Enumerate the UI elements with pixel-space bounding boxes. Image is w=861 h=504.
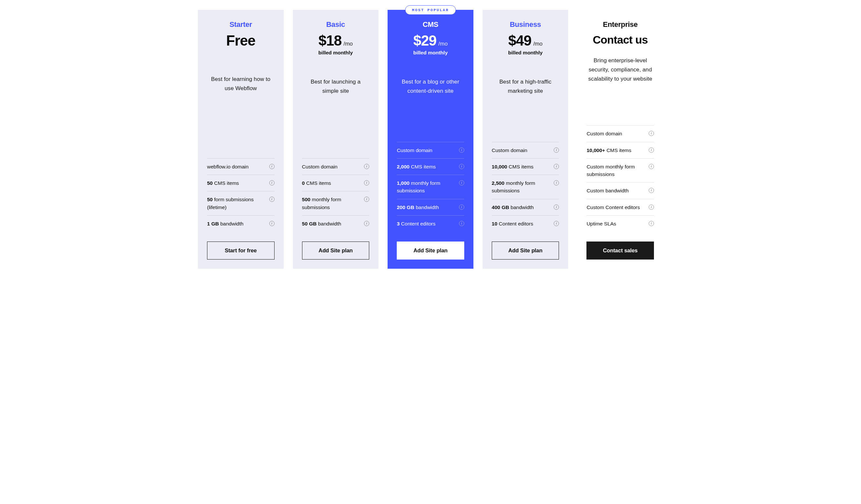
feature-row: webflow.io domaini xyxy=(207,158,275,175)
start-for-free-button[interactable]: Start for free xyxy=(207,242,275,260)
info-icon[interactable]: i xyxy=(554,180,559,186)
feature-row: 50 CMS itemsi xyxy=(207,175,275,191)
feature-text: webflow.io domain xyxy=(207,163,249,171)
plan-price-suffix: /mo xyxy=(438,41,448,47)
plan-description: Best for launching a simple site xyxy=(302,77,370,96)
feature-text: 400 GB bandwidth xyxy=(492,204,534,211)
feature-row: 2,500 monthly form submissionsi xyxy=(492,175,559,199)
feature-text: 2,000 CMS items xyxy=(397,163,436,171)
plan-billing: billed monthly xyxy=(302,50,370,56)
plan-price-wrap: $49 /mo xyxy=(492,33,559,48)
plan-price-wrap: $18 /mo xyxy=(302,33,370,48)
plan-price: Contact us xyxy=(593,33,648,46)
plan-header: CMS $29 /mo billed monthly Best for a bl… xyxy=(397,20,464,96)
feature-row: 0 CMS itemsi xyxy=(302,175,370,191)
feature-row: Uptime SLAsi xyxy=(586,215,654,232)
plan-card-business: Business $49 /mo billed monthly Best for… xyxy=(482,10,569,269)
feature-row: 10,000+ CMS itemsi xyxy=(586,142,654,158)
info-icon[interactable]: i xyxy=(459,221,464,226)
plan-features: Custom domaini 10,000+ CMS itemsi Custom… xyxy=(586,125,654,232)
info-icon[interactable]: i xyxy=(364,164,369,169)
feature-row: Custom domaini xyxy=(397,142,464,158)
contact-sales-button[interactable]: Contact sales xyxy=(586,242,654,260)
feature-row: Custom Content editorsi xyxy=(586,199,654,215)
plan-description: Bring enterprise-level security, complia… xyxy=(586,56,654,84)
plan-header: Business $49 /mo billed monthly Best for… xyxy=(492,20,559,96)
plan-description: Best for a blog or other content-driven … xyxy=(397,77,464,96)
info-icon[interactable]: i xyxy=(649,148,654,153)
pricing-grid: Starter Free Best for learning how to us… xyxy=(198,10,663,269)
feature-row: Custom domaini xyxy=(586,125,654,141)
feature-row: 2,000 CMS itemsi xyxy=(397,158,464,175)
feature-row: 50 GB bandwidthi xyxy=(302,215,370,232)
plan-card-enterprise: Enterprise Contact us Bring enterprise-l… xyxy=(577,10,663,269)
plan-card-basic: Basic $18 /mo billed monthly Best for la… xyxy=(293,10,379,269)
feature-text: Custom Content editors xyxy=(586,204,640,211)
plan-description: Best for learning how to use Webflow xyxy=(207,75,275,93)
info-icon[interactable]: i xyxy=(364,180,369,186)
plan-name: Enterprise xyxy=(586,20,654,29)
plan-features: Custom domaini 0 CMS itemsi 500 monthly … xyxy=(302,158,370,232)
feature-text: 10,000 CMS items xyxy=(492,163,534,171)
feature-text: 1 GB bandwidth xyxy=(207,220,243,228)
feature-text: Uptime SLAs xyxy=(586,220,616,228)
info-icon[interactable]: i xyxy=(649,221,654,226)
feature-row: Custom domaini xyxy=(492,142,559,158)
info-icon[interactable]: i xyxy=(269,180,275,186)
add-site-plan-button[interactable]: Add Site plan xyxy=(492,242,559,260)
info-icon[interactable]: i xyxy=(649,131,654,136)
info-icon[interactable]: i xyxy=(554,221,559,226)
feature-text: 1,000 monthly form submissions xyxy=(397,179,455,195)
feature-text: 50 form submissions (lifetime) xyxy=(207,196,265,211)
feature-row: Custom domaini xyxy=(302,158,370,175)
feature-row: 10,000 CMS itemsi xyxy=(492,158,559,175)
plan-card-starter: Starter Free Best for learning how to us… xyxy=(198,10,284,269)
plan-header: Starter Free Best for learning how to us… xyxy=(207,20,275,93)
info-icon[interactable]: i xyxy=(554,148,559,153)
info-icon[interactable]: i xyxy=(269,164,275,169)
info-icon[interactable]: i xyxy=(459,180,464,186)
add-site-plan-button[interactable]: Add Site plan xyxy=(302,242,370,260)
info-icon[interactable]: i xyxy=(649,204,654,210)
info-icon[interactable]: i xyxy=(554,164,559,169)
plan-name: Starter xyxy=(207,20,275,29)
plan-billing: billed monthly xyxy=(492,50,559,56)
info-icon[interactable]: i xyxy=(269,221,275,226)
plan-name: CMS xyxy=(397,20,464,29)
feature-text: 3 Content editors xyxy=(397,220,435,228)
plan-price: Free xyxy=(226,33,255,48)
add-site-plan-button[interactable]: Add Site plan xyxy=(397,242,464,260)
feature-text: 0 CMS items xyxy=(302,179,331,187)
feature-row: 1 GB bandwidthi xyxy=(207,215,275,232)
info-icon[interactable]: i xyxy=(364,221,369,226)
feature-row: 10 Content editorsi xyxy=(492,215,559,232)
plan-card-cms: MOST POPULAR CMS $29 /mo billed monthly … xyxy=(387,10,474,269)
feature-row: 50 form submissions (lifetime)i xyxy=(207,191,275,215)
most-popular-badge: MOST POPULAR xyxy=(405,5,456,15)
plan-price: $29 xyxy=(413,33,436,48)
plan-features: Custom domaini 2,000 CMS itemsi 1,000 mo… xyxy=(397,142,464,232)
info-icon[interactable]: i xyxy=(554,204,559,210)
plan-price-wrap: $29 /mo xyxy=(397,33,464,48)
info-icon[interactable]: i xyxy=(459,164,464,169)
feature-row: 1,000 monthly form submissionsi xyxy=(397,175,464,199)
plan-price: $18 xyxy=(318,33,341,48)
feature-text: Custom domain xyxy=(492,147,528,154)
feature-text: Custom domain xyxy=(586,130,622,137)
plan-description: Best for a high-traffic marketing site xyxy=(492,77,559,96)
plan-header: Basic $18 /mo billed monthly Best for la… xyxy=(302,20,370,96)
plan-billing: billed monthly xyxy=(397,50,464,56)
feature-text: Custom domain xyxy=(397,147,433,154)
plan-header: Enterprise Contact us Bring enterprise-l… xyxy=(586,20,654,84)
feature-text: 50 CMS items xyxy=(207,179,239,187)
info-icon[interactable]: i xyxy=(649,188,654,193)
info-icon[interactable]: i xyxy=(269,196,275,202)
feature-text: Custom monthly form submissions xyxy=(586,163,645,178)
info-icon[interactable]: i xyxy=(649,164,654,169)
plan-price-wrap: Free xyxy=(207,33,275,48)
info-icon[interactable]: i xyxy=(459,204,464,210)
feature-text: 200 GB bandwidth xyxy=(397,204,439,211)
plan-price: $49 xyxy=(508,33,531,48)
info-icon[interactable]: i xyxy=(364,196,369,202)
info-icon[interactable]: i xyxy=(459,148,464,153)
